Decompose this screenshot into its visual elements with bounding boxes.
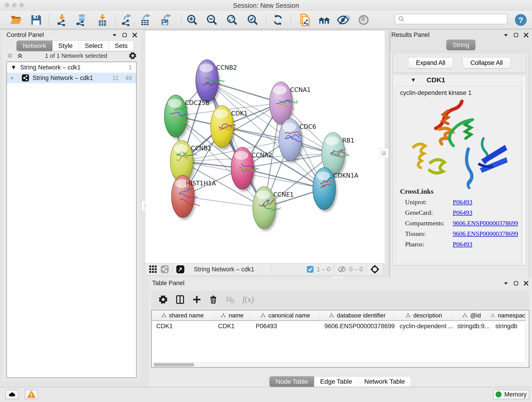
disclosure-triangle-icon[interactable]: ▼ — [7, 64, 20, 71]
pan-crosshair-icon[interactable] — [370, 264, 380, 274]
column-header-canonical-name[interactable]: canonical name — [251, 310, 320, 320]
expand-all-button[interactable]: Expand All — [408, 57, 453, 69]
column-header-database-identifier[interactable]: database identifier — [320, 310, 395, 320]
panel-menu-icon[interactable] — [503, 281, 509, 286]
results-panel: Results Panel String Expand All Collapse… — [387, 31, 532, 277]
hidden-eye-icon[interactable] — [337, 265, 346, 274]
double-house-icon — [318, 13, 331, 26]
panel-float-icon[interactable] — [513, 281, 519, 286]
zoom-in-button[interactable] — [185, 13, 200, 27]
export-table-button[interactable] — [138, 13, 153, 27]
collapse-all-icon[interactable] — [17, 52, 23, 59]
table-cell[interactable]: P06493 — [251, 321, 320, 332]
delete-column-trash-icon[interactable] — [209, 295, 218, 304]
panel-close-icon[interactable] — [523, 32, 529, 38]
create-column-plus-icon[interactable] — [192, 295, 201, 304]
table-cell[interactable]: 9606.ENSP00000378699 — [320, 321, 395, 332]
footer-separator — [366, 265, 367, 274]
column-header-name[interactable]: name — [214, 310, 251, 320]
collapse-all-button[interactable]: Collapse All — [462, 57, 511, 69]
toolbar-search[interactable] — [395, 14, 507, 24]
panel-float-icon[interactable] — [122, 32, 127, 38]
table-vertical-scrollbar[interactable] — [525, 310, 529, 367]
function-builder-icon[interactable]: f(x) — [242, 295, 254, 304]
open-session-button[interactable] — [8, 13, 24, 27]
gear-icon[interactable] — [129, 52, 137, 60]
panel-menu-icon[interactable] — [112, 32, 117, 38]
column-header-@id[interactable]: @id — [453, 310, 491, 320]
save-session-button[interactable] — [29, 13, 44, 27]
zoom-selected-button[interactable] — [245, 13, 260, 27]
network-canvas[interactable]: CCNB2CCNA1CDC25BCDK1CDC6RB1CCNB1CCNA2CDK… — [145, 31, 385, 263]
crosslink-row: Pharos:P06493 — [400, 241, 518, 248]
table-tab-edge-table[interactable]: Edge Table — [314, 376, 358, 387]
show-columns-icon[interactable] — [176, 295, 185, 304]
control-tab-network[interactable]: Network — [17, 41, 52, 51]
zoom-out-button[interactable] — [204, 13, 220, 27]
import-network-database-button[interactable] — [74, 13, 89, 27]
hide-panels-button[interactable] — [336, 13, 351, 27]
column-header-namespace[interactable]: namespace — [491, 310, 529, 320]
control-tab-select[interactable]: Select — [79, 41, 109, 51]
export-network-button[interactable] — [119, 13, 134, 27]
search-input[interactable] — [405, 16, 501, 23]
network-view-icon[interactable] — [160, 265, 169, 274]
panel-menu-icon[interactable] — [503, 32, 509, 38]
import-table-file-button[interactable] — [95, 13, 110, 27]
results-tab-string[interactable]: String — [446, 40, 475, 50]
table-cell[interactable]: CDK1 — [214, 321, 251, 332]
panel-float-icon[interactable] — [513, 32, 519, 38]
crosslink-value-link[interactable]: P06493 — [453, 241, 472, 248]
crosslink-value-link[interactable]: 9606.ENSP00000378699 — [453, 220, 518, 227]
delete-table-icon[interactable] — [225, 295, 234, 304]
gene-disclosure-icon[interactable]: ▼ — [411, 77, 416, 83]
grid-view-icon[interactable] — [149, 265, 157, 274]
crosslink-value-link[interactable]: P06493 — [453, 209, 472, 216]
node-label-CCNB2: CCNB2 — [216, 64, 237, 71]
warnings-button[interactable] — [25, 390, 38, 399]
table-cell[interactable]: stringdb:9... — [453, 321, 491, 332]
selected-checkbox-icon[interactable] — [307, 266, 314, 273]
table-cell[interactable]: stringdb — [491, 321, 529, 332]
node-label-CDC25B: CDC25B — [185, 99, 209, 106]
help-button[interactable]: ? — [513, 13, 528, 27]
panel-close-icon[interactable] — [132, 32, 138, 38]
crosslink-value-link[interactable]: 9606.ENSP00000378699 — [453, 230, 518, 237]
panel-close-icon[interactable] — [523, 281, 529, 286]
export-image-button[interactable] — [158, 13, 173, 27]
annotation-pages-icon — [298, 14, 311, 26]
toolbar-separator — [115, 13, 115, 27]
control-tab-sets[interactable]: Sets — [109, 41, 134, 51]
column-header-shared-name[interactable]: shared name — [152, 310, 214, 320]
network-collection-row[interactable]: ▼ String Network – cdk1 1 — [7, 62, 136, 73]
table-tab-network-table[interactable]: Network Table — [358, 376, 411, 387]
table-cell[interactable]: cyclin-dependent ... — [395, 321, 453, 332]
table-horizontal-scrollbar[interactable] — [152, 362, 529, 367]
column-type-icon — [221, 313, 226, 318]
column-type-icon — [260, 313, 266, 318]
results-vertical-scrollbar[interactable] — [522, 75, 526, 265]
memory-button[interactable]: Memory — [493, 390, 529, 399]
expand-all-icon[interactable] — [6, 52, 13, 59]
crosslink-value-link[interactable]: P06493 — [453, 198, 472, 206]
apply-layout-button[interactable] — [270, 13, 285, 27]
crosslinks-section: CrossLinks Uniprot:P06493GeneCard:P06493… — [400, 187, 518, 248]
show-all-panels-button[interactable] — [317, 13, 332, 27]
control-tab-style[interactable]: Style — [52, 41, 79, 51]
birdseye-toggle-icon[interactable] — [176, 265, 185, 274]
cloud-status-button[interactable] — [5, 390, 19, 399]
table-settings-gear-icon[interactable] — [158, 295, 168, 304]
help-icon: ? — [514, 13, 527, 26]
annotations-button[interactable] — [297, 13, 312, 27]
import-network-file-button[interactable] — [54, 13, 70, 27]
table-cell[interactable]: CDK1 — [152, 321, 214, 332]
table-tab-node-table[interactable]: Node Table — [269, 376, 314, 387]
fit-content-button[interactable] — [225, 13, 240, 27]
control-panel-tabs: NetworkStyleSelectSets — [17, 41, 134, 51]
column-header-description[interactable]: description — [395, 310, 453, 320]
grayscale-view-button[interactable] — [356, 13, 371, 27]
table-row[interactable]: CDK1CDK1P064939606.ENSP00000378699cyclin… — [152, 321, 529, 332]
status-bar: Memory — [0, 387, 532, 402]
network-row[interactable]: ● String Network – cdk1 11 48 — [7, 73, 136, 83]
refresh-icon — [272, 14, 284, 26]
